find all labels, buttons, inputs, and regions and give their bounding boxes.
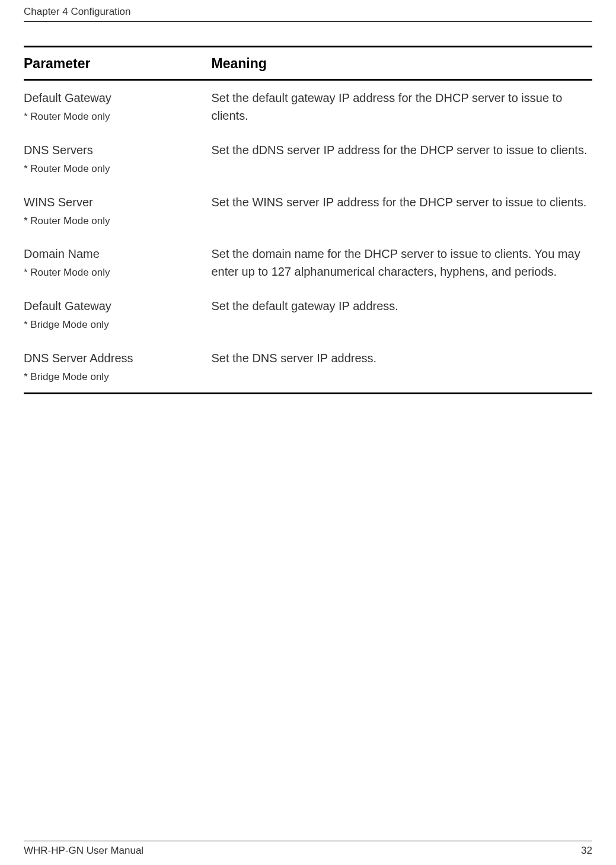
page-header: Chapter 4 Configuration (24, 0, 592, 22)
table-row: Default Gateway * Router Mode only Set t… (24, 80, 592, 133)
parameter-name: Domain Name (24, 245, 211, 263)
table-row: DNS Servers * Router Mode only Set the d… (24, 133, 592, 185)
table-row: Default Gateway * Bridge Mode only Set t… (24, 289, 592, 341)
page-footer: WHR-HP-GN User Manual 32 (24, 841, 592, 857)
meaning-cell: Set the domain name for the DHCP server … (211, 237, 592, 289)
meaning-cell: Set the dDNS server IP address for the D… (211, 133, 592, 185)
chapter-title: Chapter 4 Configuration (24, 6, 131, 17)
param-cell: Domain Name * Router Mode only (24, 237, 211, 289)
param-cell: WINS Server * Router Mode only (24, 185, 211, 237)
meaning-cell: Set the default gateway IP address. (211, 289, 592, 341)
meaning-cell: Set the DNS server IP address. (211, 341, 592, 394)
table-row: Domain Name * Router Mode only Set the d… (24, 237, 592, 289)
meaning-cell: Set the WINS server IP address for the D… (211, 185, 592, 237)
param-cell: Default Gateway * Bridge Mode only (24, 289, 211, 341)
parameter-name: Default Gateway (24, 297, 211, 315)
meaning-cell: Set the default gateway IP address for t… (211, 80, 592, 133)
header-meaning: Meaning (211, 47, 592, 80)
parameter-note: * Router Mode only (24, 161, 211, 177)
table-row: DNS Server Address * Bridge Mode only Se… (24, 341, 592, 394)
parameter-name: DNS Server Address (24, 349, 211, 367)
parameter-note: * Router Mode only (24, 109, 211, 125)
param-cell: DNS Server Address * Bridge Mode only (24, 341, 211, 394)
parameters-table: Parameter Meaning Default Gateway * Rout… (24, 46, 592, 394)
param-cell: Default Gateway * Router Mode only (24, 80, 211, 133)
header-parameter: Parameter (24, 47, 211, 80)
table-header-row: Parameter Meaning (24, 47, 592, 80)
parameter-name: WINS Server (24, 193, 211, 211)
parameter-note: * Router Mode only (24, 213, 211, 229)
parameter-note: * Bridge Mode only (24, 369, 211, 385)
footer-left: WHR-HP-GN User Manual (24, 845, 143, 856)
table-row: WINS Server * Router Mode only Set the W… (24, 185, 592, 237)
page-number: 32 (581, 845, 592, 857)
param-cell: DNS Servers * Router Mode only (24, 133, 211, 185)
parameter-note: * Bridge Mode only (24, 317, 211, 333)
parameter-name: Default Gateway (24, 89, 211, 107)
main-content: Parameter Meaning Default Gateway * Rout… (24, 46, 592, 394)
parameter-name: DNS Servers (24, 141, 211, 159)
parameter-note: * Router Mode only (24, 265, 211, 280)
